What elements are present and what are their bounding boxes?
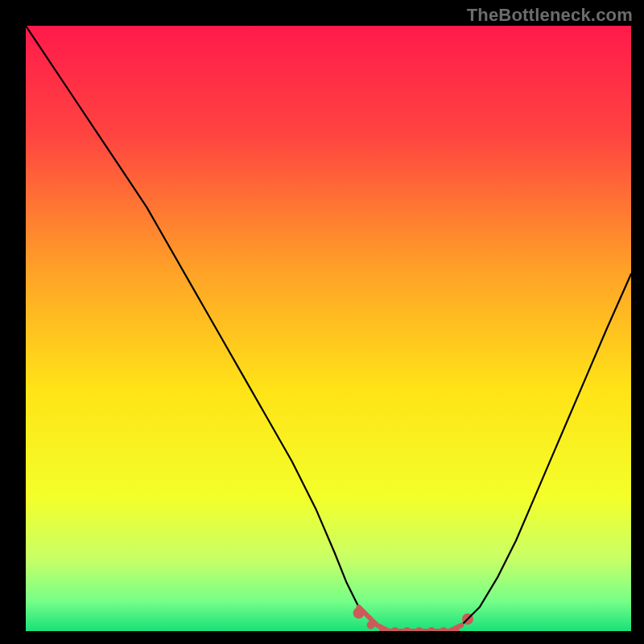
plot-area [26, 26, 631, 631]
curve-left-branch [26, 26, 389, 631]
curve-valley-floor [359, 607, 462, 631]
curve-layer [26, 26, 631, 631]
curve-right-branch [461, 274, 631, 625]
watermark-text: TheBottleneck.com [467, 5, 633, 26]
outer-frame: TheBottleneck.com [0, 0, 644, 644]
